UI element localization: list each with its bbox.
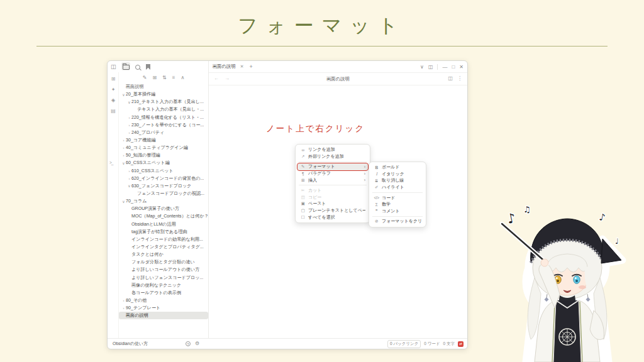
chevron-down-icon[interactable]: ∨ <box>127 100 131 104</box>
sidebar-toggle-icon[interactable]: ◫ <box>111 63 116 70</box>
tree-item[interactable]: ›240_プロパティ <box>119 129 208 136</box>
help-icon[interactable]: ? <box>186 341 191 346</box>
tree-item[interactable]: 画像の便利なテクニック <box>119 282 208 289</box>
maximize-icon[interactable]: □ <box>452 64 455 70</box>
menu-item-comment[interactable]: ❞コメント <box>371 208 424 215</box>
menu-item-math[interactable]: Σ数学 <box>371 201 424 208</box>
menu-item-italic[interactable]: Iイタリック <box>371 171 424 178</box>
collapse-all-icon[interactable]: ∧ <box>180 75 184 80</box>
tree-item[interactable]: インラインコードの効果的な利用... <box>119 236 208 243</box>
menu-item-strikethrough[interactable]: S取り消し線 <box>371 177 424 184</box>
menu-item-code[interactable]: </>コード <box>371 194 424 201</box>
menu-item-label: ボールド <box>382 164 400 170</box>
menu-item-clear-format[interactable]: ⊘フォーマットをクリア <box>371 218 424 225</box>
tree-item[interactable]: ›30_コア機能編 <box>119 136 208 144</box>
tree-item[interactable]: 画面説明 <box>119 83 208 90</box>
backlinks-count[interactable]: 0 バックリンク <box>387 340 421 348</box>
tree-item[interactable]: ›50_知識の整理編 <box>119 151 208 159</box>
menu-item-add-link[interactable]: ∞リンクを追加 <box>297 146 368 153</box>
tree-item[interactable]: タスクとは何か <box>119 251 208 258</box>
ribbon-icon-1[interactable]: ⊞ <box>110 76 116 82</box>
menu-item-paragraph[interactable]: ¶パラグラフ› <box>297 170 368 177</box>
tree-item[interactable]: より詳しいコールアウトの使い方 <box>119 266 208 273</box>
close-icon[interactable]: ✕ <box>459 64 464 70</box>
bookmark-icon[interactable] <box>146 64 150 70</box>
terminal-icon[interactable]: >_ <box>109 160 113 165</box>
tree-item[interactable]: ›80_その他 <box>119 297 208 304</box>
search-icon[interactable] <box>135 65 140 70</box>
ribbon-icon-2[interactable]: ✦ <box>110 87 116 92</box>
menu-divider <box>299 185 367 185</box>
tree-item[interactable]: MOC（Map_of_Contents）とは何か？ <box>119 212 208 220</box>
tab-dropdown-icon[interactable]: ∨ <box>420 64 424 70</box>
menu-item-insert[interactable]: ⊞挿入› <box>297 177 368 184</box>
new-tab-icon[interactable]: + <box>250 63 253 70</box>
tree-item[interactable]: GROUP演算子の使い方 <box>119 205 208 212</box>
tree-item[interactable]: ›90_テンプレート <box>119 304 208 312</box>
menu-item-paste[interactable]: ▣ペースト <box>297 200 368 207</box>
mascot-svg: ♪ ♫ ♪ ♩ <box>492 202 640 362</box>
word-count: 0 ワード <box>424 341 440 347</box>
tree-item[interactable]: フォルダ分類とタグ分類の違い <box>119 258 208 266</box>
tree-item[interactable]: tag演算子が特別である理由 <box>119 228 208 236</box>
tree-item[interactable]: ∨70_コラム <box>119 197 208 205</box>
tree-item[interactable]: ›620_インラインコードの背景色の... <box>119 175 208 182</box>
more-options-icon[interactable]: ⋮ <box>457 75 462 81</box>
chevron-right-icon[interactable]: › <box>121 306 126 310</box>
insert-icon: ⊞ <box>300 178 306 183</box>
chevron-right-icon[interactable]: › <box>127 177 131 180</box>
tree-item[interactable]: 各コールアウトの表示例 <box>119 289 208 297</box>
tree-item[interactable]: ›220_情報を構造化する（リスト・... <box>119 114 208 121</box>
minimize-icon[interactable]: — <box>442 64 447 70</box>
chevron-right-icon[interactable]: › <box>121 299 126 302</box>
chevron-right-icon[interactable]: › <box>121 138 126 142</box>
right-panel-toggle-icon[interactable]: ◫ <box>428 64 433 70</box>
tree-item[interactable]: ›610_CSSスニペット <box>119 167 208 175</box>
tab-close-icon[interactable]: ✕ <box>240 64 244 69</box>
tree-item[interactable]: より詳しいフェンスコードブロッ... <box>119 274 208 282</box>
new-note-icon[interactable]: ✎ <box>143 75 147 80</box>
tab-note-title[interactable]: 画面の説明 <box>213 63 236 70</box>
chevron-down-icon[interactable]: ∨ <box>121 161 126 165</box>
ribbon-icon-4[interactable]: ▤ <box>110 108 116 114</box>
chevron-right-icon[interactable]: › <box>127 169 131 173</box>
tree-item[interactable]: ›230_ノートを華やかにする（コー... <box>119 121 208 129</box>
chevron-right-icon[interactable]: › <box>127 116 131 119</box>
sort-icon[interactable]: ⇅ <box>162 75 167 80</box>
tree-item[interactable]: ∨210_テキスト入力の基本（見出し... <box>119 98 208 106</box>
ribbon-icon-3[interactable]: ◈ <box>110 97 116 103</box>
menu-item-bold[interactable]: Bボールド <box>371 164 424 171</box>
chevron-down-icon[interactable]: ∨ <box>121 92 126 97</box>
tree-item[interactable]: ∨630_フェンスコードブロック <box>119 182 208 190</box>
list-icon[interactable]: ≡ <box>172 75 175 80</box>
tree-item[interactable]: ›40_コミュニティプラグイン編 <box>119 144 208 151</box>
chevron-right-icon[interactable]: › <box>127 131 131 134</box>
chevron-right-icon[interactable]: › <box>121 146 126 150</box>
menu-item-highlight[interactable]: ✐ハイライト <box>371 184 424 191</box>
vault-switcher[interactable]: Obsidianの使い方 ? ⚙ <box>108 339 209 349</box>
tree-item[interactable]: ∨60_CSSスニペット編 <box>119 159 208 167</box>
menu-item-label: コード <box>382 195 395 201</box>
submenu-arrow-icon: › <box>364 178 365 182</box>
tree-item[interactable]: 画面の説明 <box>119 312 208 319</box>
tree-item[interactable]: フェンスコードブロックの視認... <box>119 190 208 197</box>
reading-view-icon[interactable]: ◫ <box>448 75 453 81</box>
files-tab-chip[interactable] <box>121 62 130 70</box>
menu-item-paste-plain[interactable]: ▢プレーンテキストとしてペースト <box>297 207 368 214</box>
menu-item-select-all[interactable]: ☐すべてを選択 <box>297 214 368 221</box>
tree-item[interactable]: インラインタグとプロパティタグ... <box>119 243 208 251</box>
chevron-right-icon[interactable]: › <box>121 153 126 157</box>
chevron-down-icon[interactable]: ∨ <box>127 184 131 188</box>
menu-item-format[interactable]: ✎フォーマット› <box>297 163 368 170</box>
new-folder-icon[interactable]: ⊞ <box>152 75 157 80</box>
format-icon: ✎ <box>300 164 306 169</box>
chevron-right-icon[interactable]: › <box>127 123 131 127</box>
vault-name[interactable]: Obsidianの使い方 <box>113 341 148 347</box>
chevron-down-icon[interactable]: ∨ <box>121 199 126 204</box>
tree-item[interactable]: ObsidianとLLMの活用 <box>119 221 208 228</box>
tree-item[interactable]: テキスト入力の基本（見出し・... <box>119 106 208 113</box>
settings-icon[interactable]: ⚙ <box>195 341 199 346</box>
tree-item[interactable]: ∨20_基本操作編 <box>119 90 208 98</box>
sync-alert-icon[interactable]: ⇄ <box>458 341 464 347</box>
menu-item-add-external-link[interactable]: ↗外部リンクを追加 <box>297 153 368 160</box>
